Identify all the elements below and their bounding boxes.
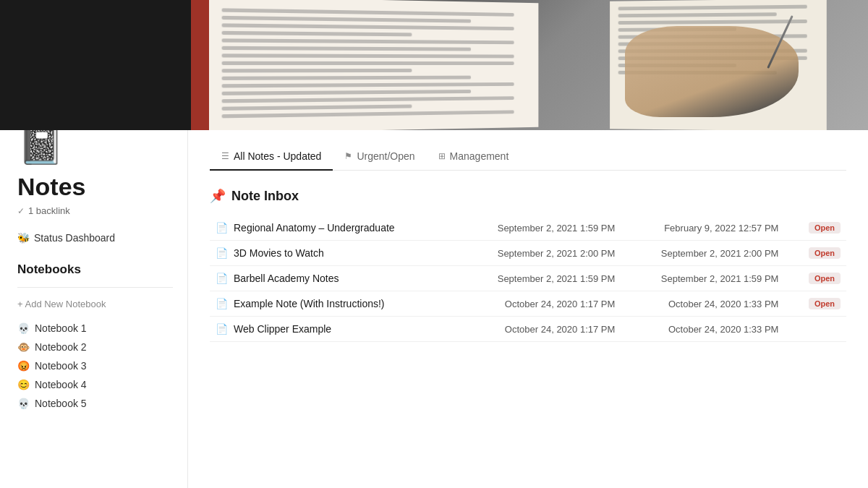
note-created-date: September 2, 2021 1:59 PM <box>457 266 621 291</box>
notebook-emoji: 😡 <box>17 360 30 372</box>
main-content: ☰All Notes - Updated⚑Urgent/Open⊞Managem… <box>188 130 868 488</box>
note-name: Regional Anatomy – Undergraduate <box>234 222 395 234</box>
status-badge: Open <box>809 222 841 234</box>
document-icon: 📄 <box>216 323 228 335</box>
status-badge: Open <box>809 247 841 259</box>
notebooks-list: 💀Notebook 1🐵Notebook 2😡Notebook 3😊Notebo… <box>17 319 173 413</box>
add-notebook-label: + Add New Notebook <box>17 299 106 309</box>
tab-label-urgent: Urgent/Open <box>357 150 414 162</box>
table-row[interactable]: 📄 Regional Anatomy – Undergraduate Septe… <box>210 215 846 241</box>
tab-icon-urgent: ⚑ <box>344 151 352 161</box>
status-dashboard-emoji: 🐝 <box>17 232 30 244</box>
note-name: 3D Movies to Watch <box>234 247 324 259</box>
document-icon: 📄 <box>216 298 228 309</box>
note-name: Example Note (With Instructions!) <box>234 298 385 309</box>
note-created-date: September 2, 2021 2:00 PM <box>457 241 621 266</box>
status-badge: Open <box>809 298 841 309</box>
tab-urgent[interactable]: ⚑Urgent/Open <box>333 145 426 171</box>
status-dashboard-link[interactable]: 🐝 Status Dashboard <box>17 231 173 245</box>
note-name: Barbell Academy Notes <box>234 273 339 284</box>
note-updated-date: February 9, 2022 12:57 PM <box>621 215 784 241</box>
note-updated-date: September 2, 2021 1:59 PM <box>621 266 784 291</box>
note-name: Web Clipper Example <box>234 323 331 335</box>
document-icon: 📄 <box>216 247 228 259</box>
notebook-emoji: 🐵 <box>17 341 30 353</box>
table-row[interactable]: 📄 Web Clipper Example October 24, 2020 1… <box>210 317 846 342</box>
tab-label-all-notes: All Notes - Updated <box>234 150 321 162</box>
note-updated-date: October 24, 2020 1:33 PM <box>621 317 784 342</box>
note-created-date: October 24, 2020 1:17 PM <box>457 291 621 317</box>
note-inbox-label: Note Inbox <box>231 189 299 204</box>
status-badge: Open <box>809 273 841 284</box>
note-updated-date: September 2, 2021 2:00 PM <box>621 241 784 266</box>
table-row[interactable]: 📄 3D Movies to Watch September 2, 2021 2… <box>210 241 846 266</box>
document-icon: 📄 <box>216 273 228 284</box>
sidebar-item-notebook-5[interactable]: 💀Notebook 5 <box>17 394 173 413</box>
sidebar-item-notebook-4[interactable]: 😊Notebook 4 <box>17 375 173 394</box>
notebook-label: Notebook 1 <box>35 322 87 334</box>
note-inbox-emoji: 📌 <box>210 188 226 204</box>
sidebar-item-notebook-1[interactable]: 💀Notebook 1 <box>17 319 173 338</box>
notebook-emoji: 💀 <box>17 398 30 409</box>
hero-banner <box>0 0 868 130</box>
notebook-label: Notebook 4 <box>35 379 87 390</box>
notebook-label: Notebook 3 <box>35 360 87 372</box>
notebook-label: Notebook 5 <box>35 398 87 409</box>
backlink-count: 1 backlink <box>28 205 70 216</box>
notebook-emoji: 😊 <box>17 379 30 390</box>
notebook-label: Notebook 2 <box>35 341 87 353</box>
sidebar-item-notebook-2[interactable]: 🐵Notebook 2 <box>17 338 173 356</box>
tab-label-management: Management <box>450 150 509 162</box>
add-notebook-button[interactable]: + Add New Notebook <box>17 296 173 312</box>
tabs-container: ☰All Notes - Updated⚑Urgent/Open⊞Managem… <box>210 145 520 170</box>
status-dashboard-label: Status Dashboard <box>34 232 115 244</box>
sidebar: 📓 Notes ✓ 1 backlink 🐝 Status Dashboard … <box>0 130 188 488</box>
tab-icon-management: ⊞ <box>438 151 446 161</box>
tabs-bar: ☰All Notes - Updated⚑Urgent/Open⊞Managem… <box>210 145 846 171</box>
notes-table: 📄 Regional Anatomy – Undergraduate Septe… <box>210 215 846 342</box>
document-icon: 📄 <box>216 222 228 234</box>
backlink[interactable]: ✓ 1 backlink <box>17 205 173 216</box>
note-created-date: September 2, 2021 1:59 PM <box>457 215 621 241</box>
notebooks-section-title: Notebooks <box>17 262 173 277</box>
note-inbox-header: 📌 Note Inbox <box>210 188 846 204</box>
table-row[interactable]: 📄 Barbell Academy Notes September 2, 202… <box>210 266 846 291</box>
divider <box>17 287 173 288</box>
checkmark-icon: ✓ <box>17 206 25 216</box>
sidebar-item-notebook-3[interactable]: 😡Notebook 3 <box>17 356 173 375</box>
tab-all-notes[interactable]: ☰All Notes - Updated <box>210 145 333 171</box>
notebook-emoji: 💀 <box>17 322 30 334</box>
notes-tbody: 📄 Regional Anatomy – Undergraduate Septe… <box>210 215 846 342</box>
page-title: Notes <box>17 173 173 201</box>
note-updated-date: October 24, 2020 1:33 PM <box>621 291 784 317</box>
note-created-date: October 24, 2020 1:17 PM <box>457 317 621 342</box>
tab-management[interactable]: ⊞Management <box>427 145 521 171</box>
table-row[interactable]: 📄 Example Note (With Instructions!) Octo… <box>210 291 846 317</box>
tab-icon-all-notes: ☰ <box>221 151 229 161</box>
